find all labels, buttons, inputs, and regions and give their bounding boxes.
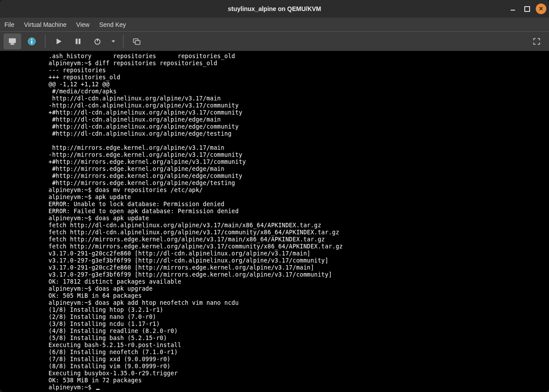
menu-send-key[interactable]: Send Key <box>99 21 126 28</box>
power-dropdown[interactable] <box>108 33 119 49</box>
svg-rect-2 <box>11 44 14 44</box>
play-button[interactable] <box>50 33 67 49</box>
info-button[interactable] <box>23 33 41 49</box>
svg-rect-13 <box>135 41 140 44</box>
fullscreen-icon <box>532 37 541 46</box>
console-button[interactable] <box>4 33 21 49</box>
window-controls: × <box>508 0 546 18</box>
pause-icon <box>74 37 82 46</box>
menu-file[interactable]: File <box>4 21 15 28</box>
power-icon <box>93 37 102 46</box>
power-button[interactable] <box>89 33 106 49</box>
maximize-button[interactable] <box>522 4 532 14</box>
toolbar <box>0 32 549 51</box>
terminal-text: .ash_history repositories repositories_o… <box>49 53 343 384</box>
fullscreen-button[interactable] <box>528 33 545 49</box>
snapshot-icon <box>132 37 141 46</box>
menu-virtual-machine[interactable]: Virtual Machine <box>24 21 67 28</box>
vm-window: stuylinux_alpine on QEMU/KVM × File Virt… <box>0 0 549 392</box>
minimize-button[interactable] <box>508 4 518 14</box>
info-icon <box>27 37 36 46</box>
window-title: stuylinux_alpine on QEMU/KVM <box>228 5 321 12</box>
toolbar-separator <box>45 35 45 48</box>
toolbar-separator <box>123 35 123 48</box>
shell-prompt: alpineyvm:~$ <box>49 384 95 391</box>
svg-point-4 <box>31 39 33 40</box>
cursor <box>96 389 100 390</box>
chevron-down-icon <box>111 39 116 44</box>
svg-marker-11 <box>112 41 115 42</box>
svg-marker-6 <box>57 39 61 44</box>
menubar: File Virtual Machine View Send Key <box>0 18 549 32</box>
titlebar[interactable]: stuylinux_alpine on QEMU/KVM × <box>0 0 549 18</box>
close-button[interactable]: × <box>536 4 546 14</box>
svg-rect-0 <box>9 38 16 43</box>
snapshot-button[interactable] <box>128 33 146 49</box>
menu-view[interactable]: View <box>76 21 90 28</box>
svg-rect-7 <box>76 39 77 44</box>
svg-rect-5 <box>31 41 32 44</box>
prompt-line: alpineyvm:~$ <box>49 384 100 391</box>
svg-rect-8 <box>79 39 80 44</box>
monitor-icon <box>8 37 17 46</box>
pause-button[interactable] <box>69 33 87 49</box>
play-icon <box>54 37 63 46</box>
terminal-output[interactable]: .ash_history repositories repositories_o… <box>0 51 549 392</box>
